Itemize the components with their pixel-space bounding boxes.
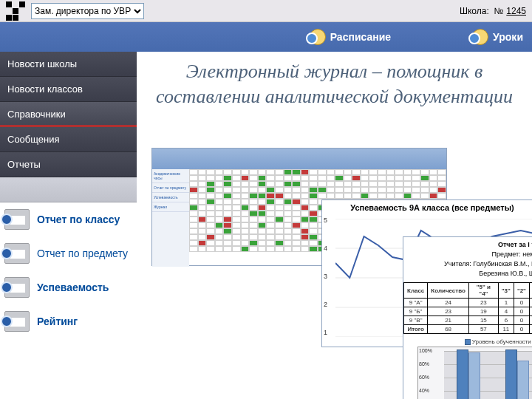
bar-chart: 0%20%40%60%80%100% 9 "А"9 "Б"9 "В"Итого <box>417 347 532 399</box>
panel1-side-tabs: Академические часы Отчет по предмету Усп… <box>152 169 189 267</box>
bar-report-header: Отчет за I триместр Предмет: немецкий яз… <box>403 237 532 281</box>
report-progress[interactable]: Успеваемость <box>0 270 137 304</box>
nav-news-school[interactable]: Новости школы <box>0 52 137 77</box>
top-toolbar: Зам. директора по УВР Школа: №1245 <box>0 0 532 22</box>
report-by-subject[interactable]: Отчет по предмету <box>0 236 137 270</box>
report-icon <box>4 277 30 298</box>
nav-messages[interactable]: Сообщения <box>0 127 137 152</box>
school-indicator: Школа: №1245 <box>460 6 526 16</box>
nav-directories[interactable]: Справочники <box>0 102 137 127</box>
slide-title: Электронный журнал – помощник в составле… <box>137 59 532 109</box>
bar-report-table: КлассКоличество"5" и "4""3""2"Уровень об… <box>403 282 532 334</box>
main-area: Электронный журнал – помощник в составле… <box>137 52 532 399</box>
app-logo <box>6 1 25 21</box>
report-icon <box>4 311 30 332</box>
nav-reports[interactable]: Отчеты <box>0 152 137 177</box>
report-icon <box>4 243 30 264</box>
nav-news-classes[interactable]: Новости классов <box>0 77 137 102</box>
tab-schedule[interactable]: Расписание <box>310 29 391 45</box>
bar-legend: Уровень обученности Качество обучения <box>403 338 532 345</box>
schedule-icon <box>310 29 326 45</box>
panel-bar-report: Отчет за I триместр Предмет: немецкий яз… <box>403 236 532 399</box>
report-by-class[interactable]: Отчет по классу <box>0 202 137 236</box>
nav-spacer <box>0 177 137 202</box>
lessons-icon <box>472 29 488 45</box>
line-chart-title: Успеваемость 9А класса (все предметы) <box>322 200 532 215</box>
sidebar: Новости школы Новости классов Справочник… <box>0 52 137 399</box>
report-icon <box>4 209 30 230</box>
report-rating[interactable]: Рейтинг <box>0 304 137 338</box>
header-tabs: Расписание Уроки <box>0 22 532 52</box>
tab-lessons[interactable]: Уроки <box>472 29 523 45</box>
role-select[interactable]: Зам. директора по УВР <box>31 3 144 19</box>
